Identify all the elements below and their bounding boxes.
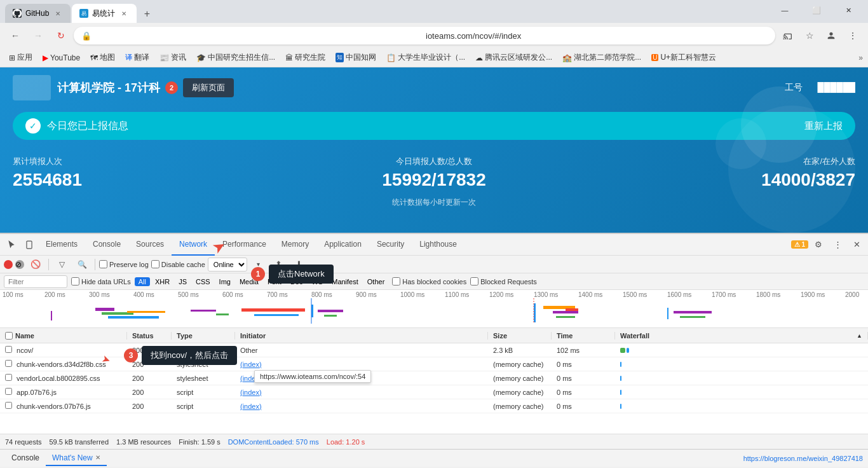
preserve-log-input[interactable] — [99, 260, 107, 268]
search-network-icon[interactable]: 🔍 — [73, 256, 91, 273]
row-vendor-local-css-checkbox[interactable] — [5, 374, 12, 381]
select-all-checkbox[interactable] — [5, 332, 13, 340]
bookmark-maps[interactable]: 🗺 地图 — [86, 51, 119, 64]
blocked-requests-input[interactable] — [470, 277, 478, 286]
row-chunk-vendors-js-checkbox[interactable] — [5, 402, 12, 409]
bookmark-grad-school[interactable]: 🏛 研究生院 — [281, 51, 329, 64]
bookmark-grad-school-label: 研究生院 — [295, 52, 325, 63]
record-button[interactable] — [4, 260, 13, 269]
close-button[interactable]: ✕ — [834, 0, 863, 20]
devtools-device-icon[interactable] — [20, 236, 38, 254]
filter-type-img[interactable]: Img — [215, 277, 234, 286]
tab-github[interactable]: GitHub ✕ — [5, 4, 71, 23]
bookmark-tencent[interactable]: ☁ 腾讯云区域研发公... — [471, 51, 556, 64]
bottom-tab-console[interactable]: Console — [5, 451, 46, 466]
devtools-tab-console[interactable]: Console — [85, 234, 128, 256]
annotation-network-tooltip: 点击Network — [269, 265, 334, 284]
table-row-app-js[interactable]: app.07b76.js 200 script (index) (memory … — [0, 385, 868, 399]
filter-type-css[interactable]: CSS — [192, 277, 214, 286]
col-header-initiator[interactable]: Initiator — [235, 332, 488, 340]
row-app-js-checkbox[interactable] — [5, 388, 12, 395]
clear-network-icon[interactable]: 🚫 — [27, 256, 44, 273]
bookmark-apps[interactable]: ⊞ 应用 — [5, 51, 36, 64]
hide-data-urls-checkbox[interactable]: Hide data URLs — [71, 277, 131, 286]
devtools-more-icon[interactable]: ⋮ — [829, 236, 846, 254]
table-row-chunk-vendors-js[interactable]: chunk-vendors.07b76.js 200 script (index… — [0, 399, 868, 413]
tl-1400ms: 1400 ms — [578, 291, 623, 298]
bookmark-thesis[interactable]: 📋 大学生毕业设计（... — [383, 51, 469, 64]
filter-input[interactable] — [4, 275, 67, 288]
address-bar[interactable]: 🔒 ioteams.com/ncov/#/index — [74, 27, 775, 45]
bookmarks-more-icon[interactable]: » — [858, 53, 863, 62]
tl-200ms: 200 ms — [44, 291, 89, 298]
devtools-tab-application[interactable]: Application — [316, 234, 369, 256]
cast-icon[interactable] — [778, 25, 798, 46]
whats-new-close-icon[interactable]: ✕ — [95, 454, 100, 461]
tab-ioteams-close[interactable]: ✕ — [119, 8, 129, 18]
tl-600ms: 600 ms — [222, 291, 267, 298]
tab-ioteams[interactable]: 易 易统计 ✕ — [72, 4, 137, 23]
bookmark-translate[interactable]: 译 翻译 — [121, 51, 153, 64]
disable-cache-input[interactable] — [151, 260, 159, 268]
svg-rect-8 — [216, 313, 229, 315]
notice-text: 今日您已上报信息 — [47, 120, 128, 133]
table-row-vendor-local-css[interactable]: vendorLocal.b8002895.css 200 stylesheet … — [0, 371, 868, 385]
new-tab-button[interactable]: + — [138, 5, 156, 23]
filter-network-icon[interactable]: ▽ — [53, 256, 71, 273]
forward-button[interactable]: → — [28, 25, 48, 46]
col-header-status[interactable]: Status — [127, 332, 172, 340]
row-ncov-checkbox[interactable] — [5, 346, 12, 353]
bottom-tab-whats-new[interactable]: What's New ✕ — [46, 451, 107, 466]
devtools-tab-security[interactable]: Security — [369, 234, 412, 256]
filter-type-other[interactable]: Other — [363, 277, 389, 286]
status-bar: 74 requests 59.5 kB transferred 1.3 MB r… — [0, 434, 868, 449]
col-header-type[interactable]: Type — [172, 332, 235, 340]
has-blocked-cookies-checkbox[interactable]: Has blocked cookies — [392, 277, 466, 286]
bottom-bar: Console What's New ✕ https://blogreson.m… — [0, 449, 868, 467]
bookmark-star-icon[interactable]: ☆ — [799, 25, 820, 46]
menu-icon[interactable]: ⋮ — [843, 25, 863, 46]
devtools-tab-network[interactable]: Network — [172, 234, 215, 256]
stat-total-reports-value: 2554681 — [13, 170, 294, 190]
has-blocked-cookies-input[interactable] — [392, 277, 400, 286]
col-header-waterfall[interactable]: Waterfall ▲ — [615, 332, 868, 340]
devtools-close-icon[interactable]: ✕ — [848, 236, 865, 254]
devtools-tab-sources[interactable]: Sources — [128, 234, 172, 256]
col-header-name[interactable]: Name — [0, 332, 127, 340]
bookmark-uplus[interactable]: U U+新工科智慧云 — [648, 51, 720, 64]
filter-type-js[interactable]: JS — [175, 277, 191, 286]
bookmark-news[interactable]: 📰 资讯 — [156, 51, 190, 64]
col-header-time[interactable]: Time — [552, 332, 615, 340]
devtools-settings-icon[interactable]: ⚙ — [810, 236, 827, 254]
stop-button[interactable]: ⊘ — [15, 260, 24, 269]
tab-bar: GitHub ✕ 易 易统计 ✕ + — ⬜ ✕ — [0, 0, 868, 23]
restore-button[interactable]: ⬜ — [802, 0, 831, 20]
disable-cache-checkbox[interactable]: Disable cache — [151, 260, 205, 268]
devtools-tab-lighthouse[interactable]: Lighthouse — [412, 234, 465, 256]
reload-button[interactable]: ↻ — [51, 25, 71, 46]
back-button[interactable]: ← — [5, 25, 25, 46]
profile-icon[interactable] — [821, 25, 841, 46]
devtools-cursor-icon[interactable] — [3, 236, 20, 254]
svg-rect-0 — [27, 241, 32, 249]
throttling-select[interactable]: Online — [208, 258, 247, 272]
bookmark-grad-recruit[interactable]: 🎓 中国研究生招生信... — [193, 51, 279, 64]
decorative-circle-3 — [728, 106, 855, 233]
preserve-log-checkbox[interactable]: Preserve log — [99, 260, 149, 268]
filter-type-all[interactable]: All — [135, 277, 150, 286]
timeline-svg — [0, 298, 868, 324]
blocked-requests-checkbox[interactable]: Blocked Requests — [470, 277, 537, 286]
bookmark-hubei-normal[interactable]: 🏫 湖北第二师范学院... — [559, 51, 645, 64]
row-chunk-vendors-css-checkbox[interactable] — [5, 360, 12, 367]
minimize-button[interactable]: — — [770, 0, 799, 20]
refresh-button[interactable]: 刷新页面 — [183, 78, 234, 97]
bookmark-youtube[interactable]: ▶ YouTube — [39, 52, 84, 64]
hide-data-urls-input[interactable] — [71, 277, 79, 286]
filter-type-xhr[interactable]: XHR — [151, 277, 173, 286]
bookmark-cnki[interactable]: 知 中国知网 — [332, 51, 380, 64]
row-chunk-vendors-js-status: 200 — [127, 403, 172, 410]
col-header-size[interactable]: Size — [488, 332, 552, 340]
devtools-tab-memory[interactable]: Memory — [274, 234, 316, 256]
devtools-tab-elements[interactable]: Elements — [38, 234, 85, 256]
tab-github-close[interactable]: ✕ — [53, 8, 63, 18]
